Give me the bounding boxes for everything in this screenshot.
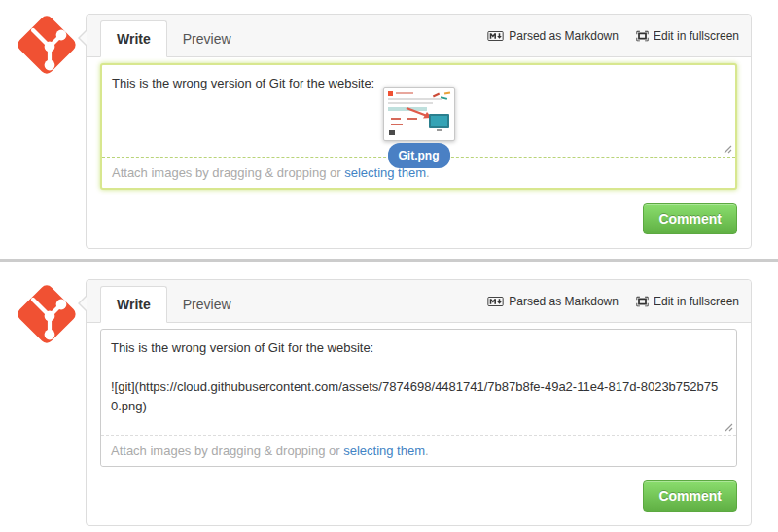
thumb-text-bar bbox=[388, 102, 433, 104]
comment-button-row: Comment bbox=[87, 190, 751, 248]
thumb-text-bar bbox=[388, 98, 442, 100]
thumb-link-text bbox=[391, 118, 401, 120]
comment-markdown-line: ![git](https://cloud.githubusercontent.c… bbox=[111, 377, 726, 416]
tab-write[interactable]: Write bbox=[100, 20, 167, 57]
git-logo-icon bbox=[16, 283, 78, 345]
comment-box-header: Write Preview Parsed as Markdown Edit in… bbox=[87, 280, 751, 323]
tab-preview[interactable]: Preview bbox=[167, 21, 247, 56]
thumb-chart-mark bbox=[432, 93, 439, 98]
attach-hint-period: . bbox=[425, 443, 429, 458]
thumb-link-text bbox=[407, 118, 417, 120]
comment-button[interactable]: Comment bbox=[643, 203, 737, 234]
git-avatar[interactable] bbox=[16, 14, 78, 76]
comment-blank-line bbox=[111, 358, 726, 377]
speech-caret bbox=[78, 295, 87, 312]
thumb-monitor-stand bbox=[437, 129, 442, 131]
attach-hint-text: Attach images by dragging & dropping or bbox=[112, 165, 344, 180]
header-actions: Parsed as Markdown Edit in fullscreen bbox=[487, 15, 739, 57]
markdown-icon bbox=[487, 297, 504, 306]
upload-preview-thumbnail bbox=[383, 87, 455, 141]
markdown-help-label: Parsed as Markdown bbox=[509, 29, 619, 43]
fullscreen-button[interactable]: Edit in fullscreen bbox=[636, 295, 739, 308]
comment-textarea[interactable]: This is the wrong version of Git for the… bbox=[102, 65, 735, 157]
thumb-monitor bbox=[429, 114, 449, 128]
comment-textarea[interactable]: This is the wrong version of Git for the… bbox=[101, 330, 736, 435]
textarea-resize-handle[interactable] bbox=[722, 144, 732, 155]
comment-box: Write Preview Parsed as Markdown Edit in… bbox=[86, 14, 752, 249]
markdown-help-label: Parsed as Markdown bbox=[509, 295, 619, 308]
comment-button[interactable]: Comment bbox=[643, 480, 737, 512]
attach-hint-text: Attach images by dragging & dropping or bbox=[111, 443, 343, 458]
comment-section-drag-state: Write Preview Parsed as Markdown Edit in… bbox=[0, 0, 778, 259]
markdown-icon bbox=[487, 31, 504, 41]
fullscreen-icon bbox=[636, 295, 649, 308]
git-avatar[interactable] bbox=[16, 283, 78, 345]
fullscreen-label: Edit in fullscreen bbox=[654, 29, 739, 43]
speech-caret bbox=[78, 29, 87, 47]
markdown-help-link[interactable]: Parsed as Markdown bbox=[487, 29, 619, 43]
textarea-resize-handle[interactable] bbox=[723, 422, 733, 433]
comment-button-row: Comment bbox=[87, 467, 751, 525]
comment-text-line: This is the wrong version of Git for the… bbox=[111, 338, 726, 358]
tab-preview[interactable]: Preview bbox=[167, 287, 247, 322]
markdown-help-link[interactable]: Parsed as Markdown bbox=[487, 295, 619, 308]
fullscreen-icon bbox=[636, 29, 649, 43]
thumb-link-text bbox=[391, 124, 403, 125]
thumb-title-bar bbox=[396, 92, 413, 94]
thumb-chart-mark bbox=[443, 91, 449, 94]
tab-write[interactable]: Write bbox=[100, 286, 167, 323]
thumb-dark-square bbox=[389, 130, 395, 135]
comment-section-markdown-state: Write Preview Parsed as Markdown Edit in… bbox=[0, 262, 778, 532]
comment-box-header: Write Preview Parsed as Markdown Edit in… bbox=[87, 15, 751, 57]
upload-dropzone: This is the wrong version of Git for the… bbox=[100, 329, 737, 467]
attachment-filename-badge: Git.png bbox=[388, 143, 450, 168]
comment-box-body: This is the wrong version of Git for the… bbox=[87, 57, 751, 190]
fullscreen-label: Edit in fullscreen bbox=[654, 295, 739, 308]
attach-select-link[interactable]: selecting them bbox=[343, 443, 425, 458]
upload-dropzone: This is the wrong version of Git for the… bbox=[100, 63, 737, 190]
attach-hint: Attach images by dragging & dropping or … bbox=[101, 436, 736, 466]
git-logo-icon bbox=[16, 14, 78, 76]
thumb-logo bbox=[388, 91, 393, 96]
comment-box: Write Preview Parsed as Markdown Edit in… bbox=[86, 279, 752, 526]
page: { "colors":{ "brand":"#f05133","link":"#… bbox=[0, 0, 778, 532]
comment-box-body: This is the wrong version of Git for the… bbox=[87, 323, 751, 467]
header-actions: Parsed as Markdown Edit in fullscreen bbox=[487, 280, 739, 323]
fullscreen-button[interactable]: Edit in fullscreen bbox=[636, 29, 739, 43]
